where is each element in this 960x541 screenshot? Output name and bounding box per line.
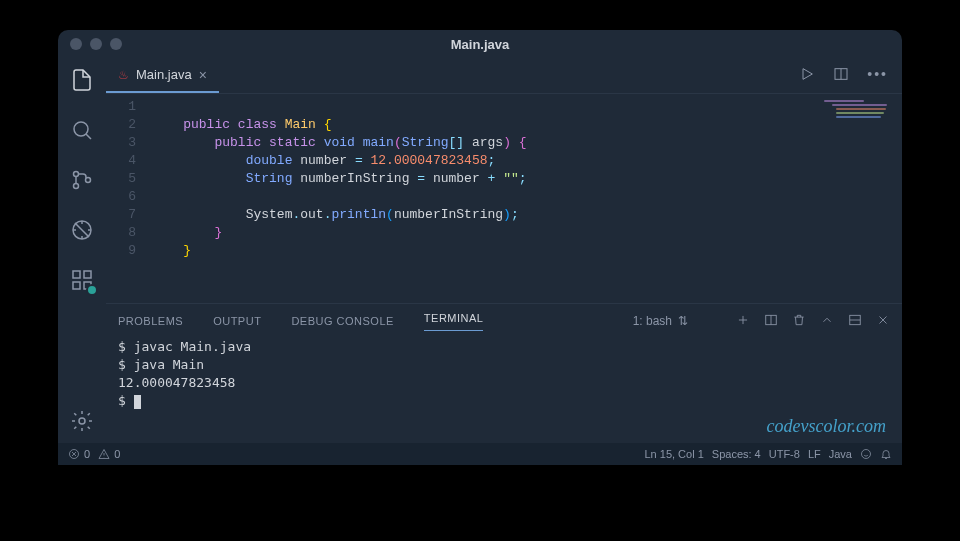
status-errors[interactable]: 0 xyxy=(68,448,90,460)
minimap[interactable] xyxy=(824,100,894,130)
more-actions-icon[interactable]: ••• xyxy=(867,66,888,86)
window-controls xyxy=(58,38,122,50)
split-terminal-icon[interactable] xyxy=(764,313,778,329)
status-eol[interactable]: LF xyxy=(808,448,821,460)
java-file-icon: ♨ xyxy=(118,68,129,82)
tab-debug-console[interactable]: DEBUG CONSOLE xyxy=(291,315,393,327)
status-encoding[interactable]: UTF-8 xyxy=(769,448,800,460)
kill-terminal-icon[interactable] xyxy=(792,313,806,329)
feedback-icon[interactable] xyxy=(860,448,872,460)
maximize-window-icon[interactable] xyxy=(110,38,122,50)
maximize-panel-icon[interactable] xyxy=(848,313,862,329)
svg-point-9 xyxy=(79,418,85,424)
activity-bar xyxy=(58,58,106,443)
split-editor-icon[interactable] xyxy=(833,66,849,86)
svg-rect-7 xyxy=(73,282,80,289)
explorer-icon[interactable] xyxy=(68,66,96,94)
titlebar: Main.java xyxy=(58,30,902,58)
minimize-window-icon[interactable] xyxy=(90,38,102,50)
svg-point-0 xyxy=(74,122,88,136)
svg-point-3 xyxy=(86,178,91,183)
code-content[interactable]: public class Main { public static void m… xyxy=(152,98,902,303)
terminal-cursor xyxy=(134,395,141,409)
tab-bar: ♨ Main.java × ••• xyxy=(106,58,902,94)
svg-point-2 xyxy=(74,184,79,189)
chevron-up-icon[interactable] xyxy=(820,313,834,329)
code-editor[interactable]: 123456789 public class Main { public sta… xyxy=(106,94,902,303)
svg-rect-5 xyxy=(73,271,80,278)
status-cursor-position[interactable]: Ln 15, Col 1 xyxy=(644,448,703,460)
tab-label: Main.java xyxy=(136,67,192,82)
status-bar: 0 0 Ln 15, Col 1 Spaces: 4 UTF-8 LF Java xyxy=(58,443,902,465)
extensions-icon[interactable] xyxy=(68,266,96,294)
debug-icon[interactable] xyxy=(68,216,96,244)
new-terminal-icon[interactable] xyxy=(736,313,750,329)
tab-output[interactable]: OUTPUT xyxy=(213,315,261,327)
source-control-icon[interactable] xyxy=(68,166,96,194)
status-warnings[interactable]: 0 xyxy=(98,448,120,460)
tab-problems[interactable]: PROBLEMS xyxy=(118,315,183,327)
close-tab-icon[interactable]: × xyxy=(199,67,207,83)
line-number-gutter: 123456789 xyxy=(106,98,152,303)
status-language[interactable]: Java xyxy=(829,448,852,460)
badge-icon xyxy=(86,284,98,296)
tab-terminal[interactable]: TERMINAL xyxy=(424,312,484,331)
svg-point-14 xyxy=(862,450,871,459)
svg-rect-6 xyxy=(84,271,91,278)
window-title: Main.java xyxy=(451,37,510,52)
terminal-selector[interactable]: 1: bash⇅ xyxy=(633,314,688,328)
status-indentation[interactable]: Spaces: 4 xyxy=(712,448,761,460)
close-panel-icon[interactable] xyxy=(876,313,890,329)
run-icon[interactable] xyxy=(799,66,815,86)
svg-point-1 xyxy=(74,172,79,177)
tab-main-java[interactable]: ♨ Main.java × xyxy=(106,58,219,93)
chevron-updown-icon: ⇅ xyxy=(678,314,688,328)
settings-gear-icon[interactable] xyxy=(68,407,96,435)
bell-icon[interactable] xyxy=(880,448,892,460)
watermark: codevscolor.com xyxy=(767,416,886,437)
bottom-panel: PROBLEMS OUTPUT DEBUG CONSOLE TERMINAL 1… xyxy=(106,303,902,443)
close-window-icon[interactable] xyxy=(70,38,82,50)
app-window: Main.java ♨ Main.java × ••• xyxy=(58,30,902,465)
search-icon[interactable] xyxy=(68,116,96,144)
